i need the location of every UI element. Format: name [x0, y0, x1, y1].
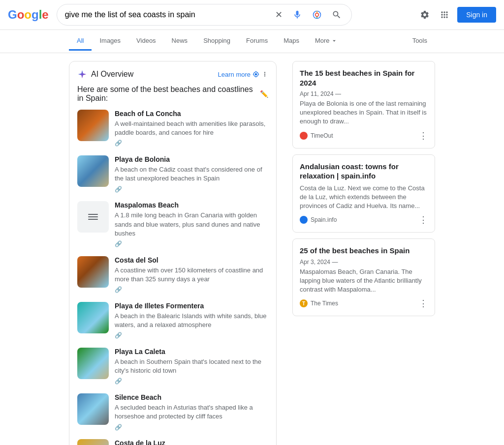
- beach-info-costa-del-sol: Costa del Sol A coastline with over 150 …: [115, 256, 268, 294]
- tab-news[interactable]: News: [164, 32, 196, 51]
- beach-thumbnail-la-caleta: [77, 348, 109, 379]
- card-source: T The Times ⋮: [300, 298, 428, 309]
- card-date: Apr 3, 2024 —: [300, 259, 428, 266]
- main-content: AI Overview Learn more Here are some of …: [0, 53, 504, 445]
- beach-name: Maspalomas Beach: [115, 201, 268, 209]
- search-bar: ✕: [57, 4, 352, 26]
- right-column: The 15 best beaches in Spain for 2024 Ap…: [292, 61, 435, 445]
- beach-item-la-caleta: Playa La Caleta A beach in Southern Spai…: [77, 348, 268, 386]
- tab-tools[interactable]: Tools: [405, 32, 435, 51]
- ai-sparkle-icon: [77, 69, 87, 79]
- beach-info-maspalomas: Maspalomas Beach A 1.8 mile long beach i…: [115, 201, 268, 248]
- beach-thumbnail-costa-del-sol: [77, 256, 109, 288]
- sign-in-button[interactable]: Sign in: [457, 7, 496, 23]
- source-link-icon[interactable]: 🔗: [115, 331, 122, 340]
- card-desc: Maspalomas Beach, Gran Canaria. The lapp…: [300, 267, 428, 295]
- ai-overview-header: AI Overview Learn more: [77, 69, 268, 79]
- result-card-spain-info: Andalusian coast: towns for relaxation |…: [292, 154, 435, 233]
- card-title[interactable]: Andalusian coast: towns for relaxation |…: [300, 162, 428, 181]
- source-info: TimeOut: [300, 132, 333, 140]
- result-card-the-times: 25 of the best beaches in Spain Apr 3, 2…: [292, 238, 435, 316]
- beach-thumbnail-illetes: [77, 302, 109, 333]
- search-button[interactable]: [330, 8, 344, 22]
- beach-desc: A coastline with over 150 kilometers of …: [115, 266, 268, 294]
- source-name: Spain.info: [311, 216, 337, 223]
- beach-item-costa-de-la-luz: Costa de la Luz A coastline with over 20…: [77, 439, 268, 445]
- beach-name: Silence Beach: [115, 393, 268, 401]
- beach-thumbnail-la-concha: [77, 110, 109, 141]
- beach-info-costa-de-la-luz: Costa de la Luz A coastline with over 20…: [115, 439, 268, 445]
- beach-item-la-concha: Beach of La Concha A well-maintained bea…: [77, 110, 268, 148]
- nav-tabs: All Images Videos News Shopping Forums M…: [0, 30, 504, 53]
- ai-overview-panel: AI Overview Learn more Here are some of …: [69, 61, 277, 445]
- google-logo[interactable]: Google: [8, 8, 49, 22]
- tab-maps[interactable]: Maps: [276, 32, 307, 51]
- beach-info-bolonia: Playa de Bolonia A beach on the Cádiz co…: [115, 155, 268, 193]
- source-favicon: T: [300, 299, 308, 307]
- beach-info-la-concha: Beach of La Concha A well-maintained bea…: [115, 110, 268, 148]
- beach-name: Beach of La Concha: [115, 110, 268, 118]
- card-desc: Costa de la Luz. Next we come to the Cos…: [300, 184, 428, 211]
- tab-images[interactable]: Images: [92, 32, 128, 51]
- source-link-icon[interactable]: 🔗: [115, 423, 122, 432]
- edit-icon[interactable]: ✏️: [260, 90, 268, 98]
- beach-thumbnail-bolonia: [77, 155, 109, 187]
- beach-info-la-caleta: Playa La Caleta A beach in Southern Spai…: [115, 348, 268, 386]
- header: Google ✕ Sign in: [0, 0, 504, 30]
- beach-name: Playa de Illetes Formentera: [115, 302, 268, 310]
- beach-item-illetes: Playa de Illetes Formentera A beach in t…: [77, 302, 268, 340]
- tab-all[interactable]: All: [69, 32, 92, 51]
- source-link-icon[interactable]: 🔗: [115, 139, 122, 148]
- card-more-button[interactable]: ⋮: [419, 130, 428, 141]
- beach-desc: A well-maintained beach with amenities l…: [115, 119, 268, 148]
- beach-thumbnail-costa-de-la-luz: [77, 439, 109, 445]
- beach-info-silence: Silence Beach A secluded beach in Asturi…: [115, 393, 268, 431]
- beach-item-bolonia: Playa de Bolonia A beach on the Cádiz co…: [77, 155, 268, 193]
- learn-more-button[interactable]: Learn more: [218, 71, 268, 78]
- beach-item-maspalomas: Maspalomas Beach A 1.8 mile long beach i…: [77, 201, 268, 248]
- ai-overview-subtitle: Here are some of the best beaches and co…: [77, 85, 268, 103]
- header-right: Sign in: [418, 7, 496, 23]
- source-link-icon[interactable]: 🔗: [115, 240, 122, 248]
- lens-button[interactable]: [310, 8, 324, 22]
- card-title[interactable]: The 15 best beaches in Spain for 2024: [300, 68, 428, 88]
- beach-desc: A beach in the Balearic Islands with whi…: [115, 312, 268, 340]
- beach-name: Playa La Caleta: [115, 348, 268, 356]
- svg-marker-4: [78, 70, 87, 79]
- card-more-button[interactable]: ⋮: [419, 214, 428, 225]
- beach-info-illetes: Playa de Illetes Formentera A beach in t…: [115, 302, 268, 340]
- tab-more[interactable]: More: [307, 32, 346, 51]
- beach-name: Costa de la Luz: [115, 439, 268, 445]
- beach-name: Playa de Bolonia: [115, 155, 268, 163]
- card-more-button[interactable]: ⋮: [419, 298, 428, 309]
- svg-point-1: [315, 13, 318, 17]
- tab-videos[interactable]: Videos: [128, 32, 164, 51]
- card-desc: Playa de Bolonia is one of the last rema…: [300, 99, 428, 126]
- beach-item-silence: Silence Beach A secluded beach in Asturi…: [77, 393, 268, 431]
- tab-shopping[interactable]: Shopping: [195, 32, 238, 51]
- card-title[interactable]: 25 of the best beaches in Spain: [300, 246, 428, 256]
- placeholder-lines-icon: [86, 212, 100, 222]
- beach-name: Costa del Sol: [115, 256, 268, 264]
- apps-button[interactable]: [438, 8, 451, 22]
- voice-search-button[interactable]: [290, 8, 304, 22]
- settings-button[interactable]: [418, 8, 432, 22]
- ai-overview-title: AI Overview: [91, 70, 133, 79]
- search-icon-group: ✕: [273, 7, 344, 22]
- source-name: The Times: [311, 300, 338, 307]
- search-input[interactable]: [65, 10, 269, 19]
- beach-list: Beach of La Concha A well-maintained bea…: [77, 110, 268, 445]
- clear-search-button[interactable]: ✕: [273, 7, 284, 22]
- left-column: AI Overview Learn more Here are some of …: [69, 61, 277, 445]
- beach-desc: A beach on the Cádiz coast that's consid…: [115, 165, 268, 193]
- beach-desc: A beach in Southern Spain that's located…: [115, 357, 268, 386]
- source-link-icon[interactable]: 🔗: [115, 377, 122, 386]
- source-link-icon[interactable]: 🔗: [115, 286, 122, 294]
- tab-forums[interactable]: Forums: [238, 32, 276, 51]
- source-favicon: [300, 216, 308, 224]
- beach-thumbnail-maspalomas: [77, 201, 109, 233]
- source-favicon: [300, 132, 308, 140]
- beach-item-costa-del-sol: Costa del Sol A coastline with over 150 …: [77, 256, 268, 294]
- source-link-icon[interactable]: 🔗: [115, 185, 122, 194]
- card-source: TimeOut ⋮: [300, 130, 428, 141]
